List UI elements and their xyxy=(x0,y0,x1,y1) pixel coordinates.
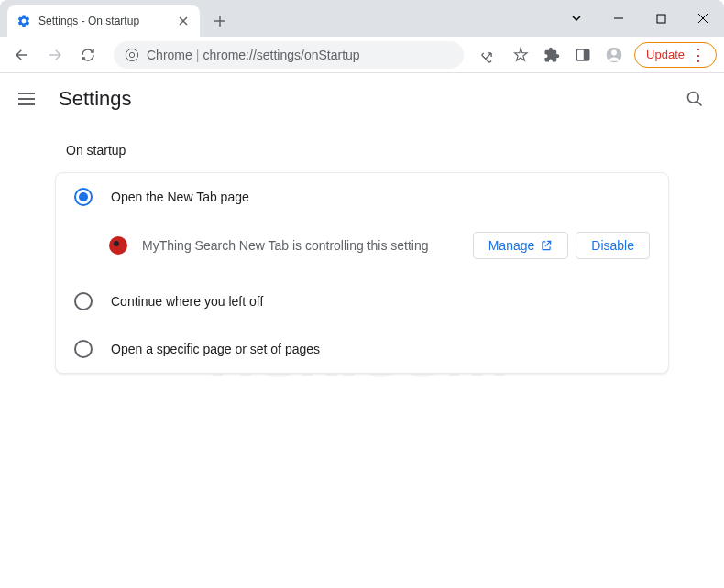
browser-toolbar: Chrome | chrome://settings/onStartup Upd… xyxy=(0,37,724,73)
maximize-button[interactable] xyxy=(640,0,682,37)
search-icon[interactable] xyxy=(684,88,706,110)
settings-content: On startup Open the New Tab page MyThing… xyxy=(0,125,724,392)
option-label: Open the New Tab page xyxy=(111,190,249,204)
window-controls xyxy=(555,0,724,37)
chevron-down-icon[interactable] xyxy=(555,0,598,37)
option-new-tab[interactable]: Open the New Tab page xyxy=(56,173,668,221)
new-tab-button[interactable] xyxy=(207,8,233,34)
gear-icon xyxy=(16,14,31,28)
svg-point-6 xyxy=(611,49,617,55)
tab-title: Settings - On startup xyxy=(38,15,169,27)
forward-button[interactable] xyxy=(40,40,70,70)
page-title: Settings xyxy=(59,87,132,111)
menu-dots-icon: ⋮ xyxy=(690,47,707,63)
option-continue[interactable]: Continue where you left off xyxy=(56,278,668,325)
launch-icon xyxy=(540,239,553,252)
svg-point-2 xyxy=(129,52,134,57)
share-icon[interactable] xyxy=(475,40,504,70)
close-button[interactable] xyxy=(682,0,724,37)
radio-button[interactable] xyxy=(74,188,93,206)
profile-icon[interactable] xyxy=(599,40,629,70)
extension-notice: MyThing Search New Tab is controlling th… xyxy=(56,221,668,278)
svg-rect-4 xyxy=(584,49,589,60)
disable-button[interactable]: Disable xyxy=(576,232,650,259)
bookmark-icon[interactable] xyxy=(506,40,535,70)
chrome-icon xyxy=(125,48,139,62)
svg-point-1 xyxy=(126,49,137,60)
menu-icon[interactable] xyxy=(18,88,40,110)
extension-message: MyThing Search New Tab is controlling th… xyxy=(142,238,458,253)
option-label: Continue where you left off xyxy=(111,294,263,309)
radio-button[interactable] xyxy=(74,340,93,358)
close-icon[interactable] xyxy=(176,14,191,28)
update-button[interactable]: Update ⋮ xyxy=(634,42,717,68)
settings-header: Settings xyxy=(0,73,724,125)
option-specific-pages[interactable]: Open a specific page or set of pages xyxy=(56,325,668,373)
manage-button[interactable]: Manage xyxy=(473,232,569,259)
back-button[interactable] xyxy=(7,40,37,70)
address-bar[interactable]: Chrome | chrome://settings/onStartup xyxy=(114,41,464,69)
svg-rect-0 xyxy=(657,15,665,23)
omnibox-text: Chrome | chrome://settings/onStartup xyxy=(147,48,360,62)
section-title: On startup xyxy=(55,143,669,158)
radio-button[interactable] xyxy=(74,292,93,310)
settings-card: Open the New Tab page MyThing Search New… xyxy=(55,172,669,374)
browser-tab[interactable]: Settings - On startup xyxy=(7,5,200,37)
extension-icon xyxy=(109,236,127,255)
svg-point-7 xyxy=(688,93,699,103)
browser-titlebar: Settings - On startup xyxy=(0,0,724,37)
minimize-button[interactable] xyxy=(598,0,640,37)
option-label: Open a specific page or set of pages xyxy=(111,342,320,356)
reload-button[interactable] xyxy=(73,40,103,70)
side-panel-icon[interactable] xyxy=(568,40,598,70)
extensions-icon[interactable] xyxy=(537,40,566,70)
